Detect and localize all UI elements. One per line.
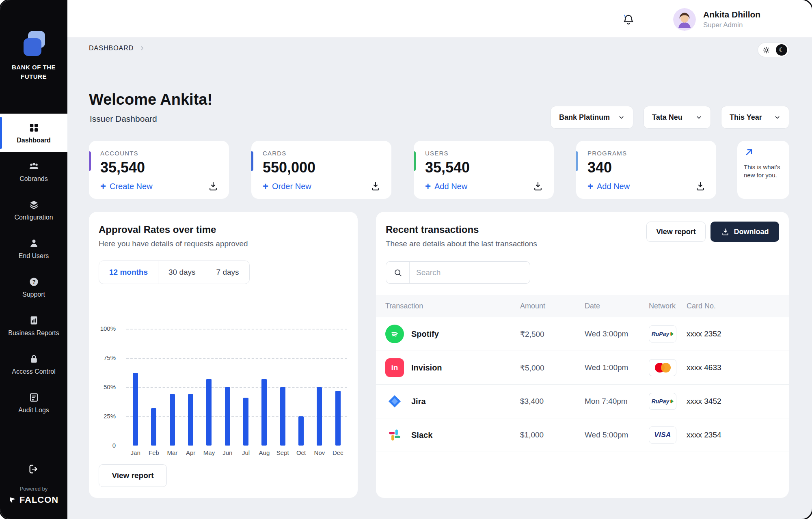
stat-label: ACCOUNTS	[100, 150, 218, 157]
chart-bar-column: Aug	[255, 329, 273, 446]
sidebar-item-access-control[interactable]: Access Control	[0, 345, 67, 383]
chevron-down-icon	[695, 114, 702, 121]
add-new-button[interactable]: +Add New	[425, 181, 467, 191]
breadcrumb[interactable]: DASHBOARD	[89, 45, 145, 52]
sidebar-item-business-reports[interactable]: Business Reports	[0, 306, 67, 345]
bank-logo-icon	[20, 31, 47, 57]
chart-x-label: Jan	[131, 449, 140, 456]
sidebar-nav: Dashboard Cobrands Configuration End Use…	[0, 114, 67, 422]
transaction-name: Slack	[411, 431, 432, 440]
tab-12-months[interactable]: 12 months	[99, 261, 158, 284]
stat-card-users: USERS 35,540 +Add New	[414, 141, 554, 199]
notification-bell-icon[interactable]	[622, 13, 635, 26]
chart-bar-column: Jun	[218, 329, 237, 446]
chart-bar-column: Apr	[181, 329, 200, 446]
falcon-brand: FALCON	[9, 495, 58, 505]
jira-icon	[385, 392, 404, 411]
chart-x-label: Dec	[333, 449, 343, 456]
view-report-button[interactable]: View report	[99, 464, 167, 487]
column-header: Date	[585, 302, 649, 310]
column-header: Transaction	[385, 302, 520, 310]
column-header: Card No.	[687, 302, 789, 310]
create-new-button[interactable]: +Create New	[100, 181, 153, 191]
chevron-down-icon	[618, 114, 625, 121]
program-filter-dropdown[interactable]: Bank Platinum	[551, 106, 633, 129]
user-role: Super Admin	[703, 21, 743, 29]
avatar[interactable]	[673, 8, 696, 31]
download-icon[interactable]	[695, 181, 706, 192]
chart-bar	[317, 387, 322, 446]
sidebar-item-label: Support	[22, 291, 45, 298]
sidebar-item-label: Business Reports	[8, 329, 59, 337]
sidebar: BANK OF THE FUTURE Dashboard Cobrands Co…	[0, 0, 67, 519]
layers-icon	[28, 199, 39, 210]
sidebar-item-audit-logs[interactable]: Audit Logs	[0, 383, 67, 422]
chart-bar	[151, 408, 156, 446]
stat-label: PROGRAMS	[587, 150, 705, 157]
network-badge-visa: VISA	[649, 426, 676, 444]
chart-x-label: Nov	[314, 449, 325, 456]
search-icon[interactable]	[386, 262, 410, 283]
chart-bar	[170, 394, 175, 446]
plus-icon: +	[263, 181, 268, 191]
transaction-date: Wed 3:00pm	[585, 329, 649, 338]
table-row-slack: Slack $1,000 Wed 5:00pm VISA xxxx 2354	[376, 418, 789, 452]
download-icon[interactable]	[370, 181, 381, 192]
spotify-icon	[385, 325, 404, 343]
view-report-button[interactable]: View report	[646, 222, 706, 242]
card-number: xxxx 3452	[687, 397, 789, 406]
network-badge-rupay: RuPay	[649, 393, 676, 410]
transaction-date: Wed 1:00pm	[585, 363, 649, 372]
search-input[interactable]	[410, 268, 530, 277]
panel-subtitle: Here you have details of requests approv…	[99, 239, 248, 248]
tab-30-days[interactable]: 30 days	[158, 261, 206, 284]
sidebar-item-end-users[interactable]: End Users	[0, 229, 67, 268]
download-icon[interactable]	[208, 181, 218, 192]
chart-bar	[335, 391, 341, 446]
sidebar-item-configuration[interactable]: Configuration	[0, 191, 67, 229]
chart-x-label: Jul	[242, 449, 250, 456]
sidebar-item-support[interactable]: ? Support	[0, 268, 67, 306]
order-new-button[interactable]: +Order New	[263, 181, 311, 191]
approval-rates-chart: 100%75%50%25%0 JanFebMarAprMayJunJulAugS…	[89, 324, 358, 462]
add-new-button[interactable]: +Add New	[587, 181, 630, 191]
stat-label: USERS	[425, 150, 542, 157]
stat-card-cards: CARDS 550,000 +Order New	[251, 141, 391, 199]
sidebar-item-label: Cobrands	[19, 175, 48, 183]
chart-bar-column: May	[200, 329, 218, 446]
chart-bar-column: Oct	[292, 329, 310, 446]
chart-bar-column: Dec	[329, 329, 347, 446]
stat-card-programs: PROGRAMS 340 +Add New	[576, 141, 716, 199]
filter-dropdowns: Bank Platinum Tata Neu This Year	[551, 106, 789, 129]
stat-card-accounts: ACCOUNTS 35,540 +Create New	[89, 141, 229, 199]
stat-label: CARDS	[263, 150, 380, 157]
sidebar-item-dashboard[interactable]: Dashboard	[0, 114, 67, 152]
download-button[interactable]: Download	[710, 222, 779, 242]
theme-toggle[interactable]: ☾	[758, 43, 789, 57]
plus-icon: +	[587, 181, 593, 191]
chart-bar	[243, 398, 248, 446]
column-header: Network	[649, 302, 687, 310]
tab-7-days[interactable]: 7 days	[206, 261, 249, 284]
chart-bar	[261, 379, 267, 446]
cobrand-filter-dropdown[interactable]: Tata Neu	[644, 106, 711, 129]
transaction-date: Wed 5:00pm	[585, 431, 649, 439]
chart-y-tick: 75%	[89, 354, 116, 361]
period-filter-dropdown[interactable]: This Year	[721, 106, 789, 129]
sidebar-item-label: Audit Logs	[18, 407, 49, 414]
sidebar-item-cobrands[interactable]: Cobrands	[0, 152, 67, 191]
falcon-brand-text: FALCON	[19, 495, 58, 505]
transaction-amount: ₹5,000	[520, 363, 585, 373]
table-row-jira: Jira $3,400 Mon 7:40pm RuPay xxxx 3452	[376, 385, 789, 418]
chart-x-label: Jun	[222, 449, 232, 456]
card-number: xxxx 2352	[687, 329, 789, 338]
chart-x-label: Oct	[296, 449, 306, 456]
download-icon[interactable]	[533, 181, 543, 192]
logout-icon[interactable]	[28, 463, 40, 475]
transactions-table-body: Spotify ₹2,500 Wed 3:00pm RuPay xxxx 235…	[376, 317, 789, 452]
chart-x-label: May	[203, 449, 215, 456]
stat-cards-row: ACCOUNTS 35,540 +Create New CARDS 550,00…	[89, 141, 716, 199]
page-title: Welcome Ankita!	[89, 91, 212, 108]
recent-transactions-panel: Recent transactions These are details ab…	[376, 212, 789, 498]
whats-new-card[interactable]: This is what's new for you.	[737, 141, 789, 199]
